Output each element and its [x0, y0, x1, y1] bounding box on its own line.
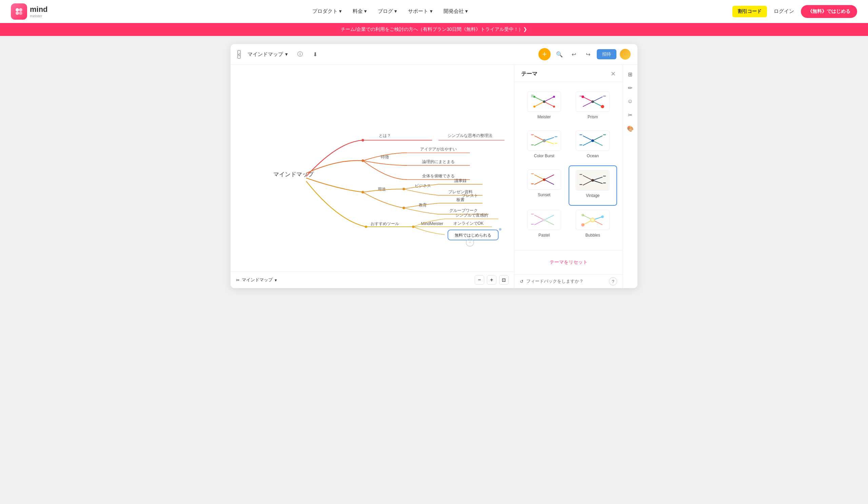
bottom-title-text: マインドマップ: [242, 277, 272, 283]
theme-reset-area: テーマをリセット: [514, 250, 622, 274]
nav-support[interactable]: サポート ▾: [404, 6, 436, 17]
logo-text: mind meister: [30, 5, 48, 18]
help-button[interactable]: ?: [609, 277, 617, 285]
svg-point-0: [16, 8, 19, 11]
undo-button[interactable]: ↩: [568, 49, 579, 60]
bottom-title[interactable]: ✂ マインドマップ ▾: [236, 277, 277, 283]
svg-point-48: [543, 100, 546, 103]
mindmap-canvas[interactable]: マインドマップ とは？ シンプルな思考の整理法 特徴 アイデアが出やすい: [230, 65, 514, 288]
svg-line-45: [534, 102, 544, 107]
discount-button[interactable]: 割引コード: [732, 6, 767, 17]
content-area: ‹ マインドマップ ▾ ⓘ ⬇ + 🔍 ↩ ↪ 招待 マインドマッ: [0, 36, 868, 503]
edit-icon-button[interactable]: ✏: [625, 82, 636, 93]
add-button[interactable]: +: [538, 48, 551, 60]
theme-bubbles[interactable]: Bubbles: [569, 206, 618, 245]
svg-text:議事録: 議事録: [454, 178, 466, 183]
svg-text:+[interactable]: +: [468, 240, 471, 245]
nav-blog[interactable]: ブログ ▾: [374, 6, 401, 17]
svg-text:ビジネス: ビジネス: [415, 183, 431, 188]
theme-color-burst[interactable]: Color Burst: [520, 126, 569, 165]
start-button[interactable]: 《無料》ではじめる: [801, 5, 857, 18]
promo-banner[interactable]: チーム/企業での利用をご検討の方へ（有料プラン30日間《無料》トライアル受中！）…: [0, 23, 868, 36]
svg-line-58: [593, 102, 602, 107]
theme-prism-label: Prism: [588, 115, 598, 119]
svg-line-84: [544, 180, 554, 185]
svg-text:板書: 板書: [456, 197, 465, 202]
redo-button[interactable]: ↪: [582, 49, 593, 60]
invite-button[interactable]: 招待: [597, 49, 617, 59]
svg-text:シンプルで直感的: シンプルで直感的: [455, 213, 488, 218]
svg-text:とは？: とは？: [379, 133, 391, 138]
svg-point-68: [542, 139, 546, 143]
svg-point-110: [581, 214, 584, 217]
theme-pastel-preview: [527, 210, 561, 230]
theme-ocean[interactable]: Ocean: [569, 126, 618, 165]
login-button[interactable]: ログイン: [771, 6, 797, 17]
svg-line-73: [583, 136, 593, 141]
apps-icon-button[interactable]: ⊞: [625, 69, 636, 80]
zoom-controls: − + ⊡: [475, 275, 509, 285]
toolbar-title[interactable]: マインドマップ ▾: [245, 50, 291, 59]
scissors-icon-button[interactable]: ✂: [625, 109, 636, 120]
search-button[interactable]: 🔍: [554, 49, 565, 60]
svg-point-61: [601, 105, 604, 108]
theme-panel-close[interactable]: ✕: [611, 70, 616, 77]
theme-reset-button[interactable]: テーマをリセット: [520, 256, 617, 269]
logo: mind meister: [11, 3, 48, 20]
side-icons: ⊞ ✏ ☺ ✂ 🎨: [622, 65, 638, 288]
toolbar-title-text: マインドマップ: [248, 51, 283, 57]
svg-text:シンプルな思考の整理法: シンプルな思考の整理法: [447, 133, 492, 138]
theme-vintage[interactable]: Vintage: [569, 165, 618, 206]
svg-point-4: [361, 139, 364, 141]
nav-product[interactable]: プロダクト ▾: [308, 6, 346, 17]
face-icon-button[interactable]: ☺: [625, 96, 636, 107]
svg-line-76: [593, 141, 602, 146]
palette-icon-button[interactable]: 🎨: [625, 123, 636, 134]
logo-icon: [11, 3, 27, 20]
theme-meister[interactable]: Meister: [520, 87, 569, 126]
svg-point-60: [581, 96, 584, 98]
theme-meister-label: Meister: [537, 115, 551, 119]
feedback-bar: ↺ フィードバックをしますか？ ?: [514, 274, 622, 288]
svg-line-64: [534, 136, 544, 141]
theme-prism-preview: [576, 92, 610, 112]
theme-ocean-label: Ocean: [587, 154, 599, 158]
back-button[interactable]: ‹: [237, 50, 241, 59]
theme-sunset-preview: [527, 169, 561, 190]
svg-line-98: [534, 215, 544, 220]
zoom-in-button[interactable]: +: [487, 275, 496, 285]
svg-text:論理的にまとまる: 論理的にまとまる: [422, 159, 455, 164]
nav-company[interactable]: 開発会社 ▾: [440, 6, 472, 17]
svg-line-47: [544, 102, 554, 107]
nav-links: プロダクト ▾ 料金 ▾ ブログ ▾ サポート ▾ 開発会社 ▾: [61, 6, 719, 17]
svg-text:アイデアが出やすい: アイデアが出やすい: [420, 147, 457, 151]
svg-line-82: [534, 180, 544, 185]
svg-text:無料ではじめられる[interactable]: 無料ではじめられる: [455, 233, 491, 238]
theme-sunset-label: Sunset: [538, 192, 550, 197]
svg-point-112: [601, 215, 604, 218]
theme-prism[interactable]: Prism: [569, 87, 618, 126]
svg-line-100: [544, 215, 554, 220]
info-button[interactable]: ⓘ: [294, 49, 306, 60]
svg-point-59: [591, 100, 594, 103]
svg-text:オンラインでOK: オンラインでOK: [453, 221, 484, 226]
theme-sunset[interactable]: Sunset: [520, 165, 569, 206]
zoom-fit-button[interactable]: ⊡: [499, 275, 509, 285]
zoom-out-button[interactable]: −: [475, 275, 484, 285]
svg-text:おすすめツール: おすすめツール: [371, 221, 399, 226]
nav-pricing[interactable]: 料金 ▾: [349, 6, 371, 17]
download-button[interactable]: ⬇: [310, 49, 320, 60]
scissors-icon: ✂: [236, 277, 240, 283]
svg-point-77: [591, 139, 594, 142]
theme-vintage-label: Vintage: [586, 193, 599, 198]
theme-panel-header: テーマ ✕: [514, 65, 622, 82]
navbar: mind meister プロダクト ▾ 料金 ▾ ブログ ▾ サポート ▾ 開…: [0, 0, 868, 23]
svg-point-102: [543, 219, 546, 221]
svg-line-46: [544, 97, 554, 102]
theme-bubbles-label: Bubbles: [586, 233, 600, 238]
theme-pastel[interactable]: Pastel: [520, 206, 569, 245]
svg-point-85: [543, 178, 546, 181]
svg-text:プレスト: プレスト: [462, 193, 478, 198]
svg-point-50: [533, 106, 535, 108]
feedback-left: ↺ フィードバックをしますか？: [520, 278, 583, 284]
